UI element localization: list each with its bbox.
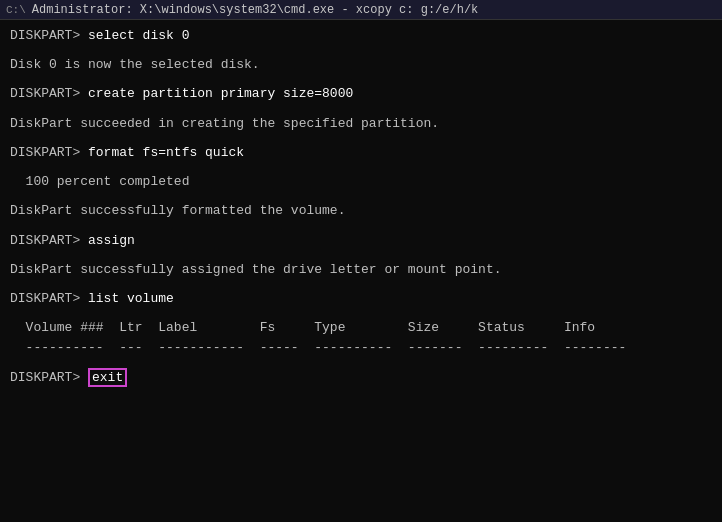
terminal-line: Disk 0 is now the selected disk. [10,55,712,75]
command-text: select disk 0 [88,28,189,43]
terminal-line: DiskPart successfully formatted the volu… [10,201,712,221]
terminal-line: Volume ### Ltr Label Fs Type Size Status… [10,318,712,338]
terminal-line [10,134,712,143]
command-text: create partition primary size=8000 [88,86,353,101]
prompt-text: DISKPART> [10,28,88,43]
prompt-text: DISKPART> [10,370,88,385]
terminal-line: DISKPART> assign [10,231,712,251]
command-text: assign [88,233,135,248]
terminal-line: DISKPART> format fs=ntfs quick [10,143,712,163]
terminal-line [10,251,712,260]
terminal-line [10,359,712,368]
terminal-line: DISKPART> create partition primary size=… [10,84,712,104]
terminal-line: DISKPART> exit [10,368,712,388]
terminal-line: DISKPART> list volume [10,289,712,309]
terminal-line: ---------- --- ----------- ----- -------… [10,338,712,358]
col-divider: ---------- --- ----------- ----- -------… [10,340,626,355]
exit-command[interactable]: exit [92,370,123,385]
terminal-line [10,192,712,201]
terminal-line: DISKPART> select disk 0 [10,26,712,46]
prompt-text: DISKPART> [10,145,88,160]
terminal-line [10,222,712,231]
terminal: DISKPART> select disk 0 Disk 0 is now th… [0,20,722,522]
col-header: Volume ### Ltr Label Fs Type Size Status… [10,320,595,335]
exit-highlight: exit [88,368,127,387]
terminal-line [10,105,712,114]
terminal-line: DiskPart succeeded in creating the speci… [10,114,712,134]
prompt-text: DISKPART> [10,233,88,248]
prompt-text: DISKPART> [10,291,88,306]
output-text: DiskPart successfully assigned the drive… [10,262,501,277]
output-text: 100 percent completed [10,174,189,189]
terminal-line [10,280,712,289]
terminal-line [10,163,712,172]
command-text: format fs=ntfs quick [88,145,244,160]
terminal-line: DiskPart successfully assigned the drive… [10,260,712,280]
output-text: Disk 0 is now the selected disk. [10,57,260,72]
prompt-text: DISKPART> [10,86,88,101]
terminal-line [10,309,712,318]
output-text: DiskPart successfully formatted the volu… [10,203,345,218]
title-icon: C:\ [6,4,26,16]
title-bar: C:\ Administrator: X:\windows\system32\c… [0,0,722,20]
terminal-line [10,75,712,84]
output-text: DiskPart succeeded in creating the speci… [10,116,439,131]
terminal-line: 100 percent completed [10,172,712,192]
command-text: list volume [88,291,174,306]
title-text: Administrator: X:\windows\system32\cmd.e… [32,3,478,17]
terminal-line [10,46,712,55]
